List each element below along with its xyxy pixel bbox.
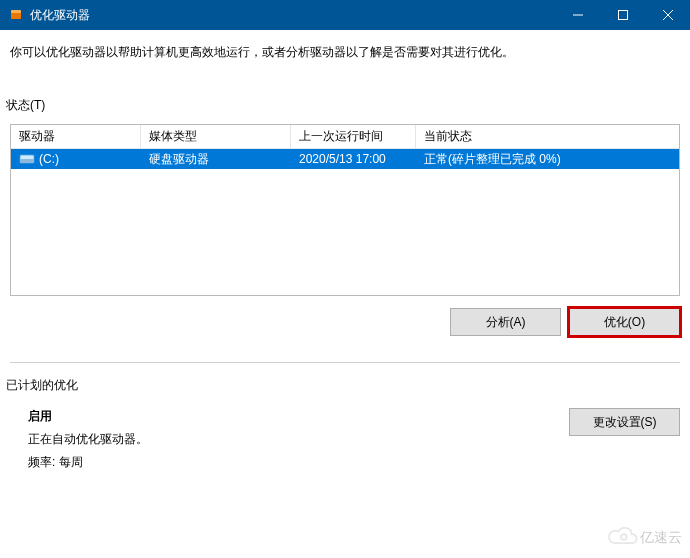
maximize-button[interactable] [600,0,645,30]
table-row[interactable]: (C:) 硬盘驱动器 2020/5/13 17:00 正常(碎片整理已完成 0%… [11,149,679,169]
column-header-media[interactable]: 媒体类型 [141,125,291,148]
watermark-text: 亿速云 [640,529,682,547]
schedule-title: 启用 [28,408,569,425]
cell-status: 正常(碎片整理已完成 0%) [416,149,679,169]
column-header-drive[interactable]: 驱动器 [11,125,141,148]
cell-drive-text: (C:) [39,152,59,166]
schedule-section-label: 已计划的优化 [6,377,680,394]
app-icon [8,7,24,23]
status-label: 状态(T) [6,97,680,114]
analyze-button[interactable]: 分析(A) [450,308,561,336]
schedule-freq: 频率: 每周 [28,454,569,471]
watermark: 亿速云 [606,525,682,550]
drive-icon [19,153,35,165]
svg-rect-1 [11,10,21,13]
window-title: 优化驱动器 [30,7,555,24]
schedule-desc: 正在自动优化驱动器。 [28,431,569,448]
column-header-last-run[interactable]: 上一次运行时间 [291,125,416,148]
schedule-button-wrapper: 更改设置(S) [569,408,680,471]
schedule-text: 启用 正在自动优化驱动器。 频率: 每周 [28,408,569,471]
content-area: 你可以优化驱动器以帮助计算机更高效地运行，或者分析驱动器以了解是否需要对其进行优… [0,30,690,481]
svg-point-8 [621,534,627,540]
description-text: 你可以优化驱动器以帮助计算机更高效地运行，或者分析驱动器以了解是否需要对其进行优… [10,44,680,61]
cell-media: 硬盘驱动器 [141,149,291,169]
drive-list: 驱动器 媒体类型 上一次运行时间 当前状态 (C:) 硬盘驱动器 2020/5/… [10,124,680,296]
cell-last-run: 2020/5/13 17:00 [291,149,416,169]
column-header-status[interactable]: 当前状态 [416,125,679,148]
divider [10,362,680,363]
svg-rect-0 [11,12,21,19]
close-button[interactable] [645,0,690,30]
cloud-icon [606,525,638,550]
svg-rect-3 [618,11,627,20]
schedule-body: 启用 正在自动优化驱动器。 频率: 每周 更改设置(S) [10,408,680,471]
window-controls [555,0,690,30]
drive-list-header: 驱动器 媒体类型 上一次运行时间 当前状态 [11,125,679,149]
cell-drive: (C:) [11,149,141,169]
optimize-button[interactable]: 优化(O) [569,308,680,336]
button-row: 分析(A) 优化(O) [10,308,680,336]
titlebar: 优化驱动器 [0,0,690,30]
change-settings-button[interactable]: 更改设置(S) [569,408,680,436]
svg-rect-7 [20,159,34,163]
minimize-button[interactable] [555,0,600,30]
